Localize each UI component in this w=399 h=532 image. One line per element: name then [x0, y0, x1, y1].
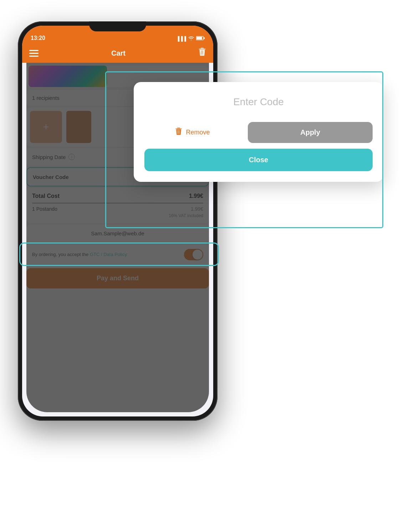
app-header: Cart — [22, 44, 213, 63]
svg-rect-1 — [196, 37, 202, 40]
phone-notch — [89, 21, 146, 31]
status-icons: ▐▐▐ — [176, 36, 205, 41]
remove-button[interactable]: Remove — [144, 128, 241, 137]
remove-label: Remove — [186, 129, 210, 136]
status-time: 13:20 — [31, 35, 45, 41]
wifi-icon — [188, 36, 194, 41]
apply-button[interactable]: Apply — [248, 122, 373, 143]
trash-icon[interactable] — [198, 48, 206, 58]
header-title: Cart — [111, 49, 126, 57]
signal-icon: ▐▐▐ — [176, 36, 186, 41]
scene: 13:20 ▐▐▐ — [0, 0, 399, 532]
menu-line — [29, 53, 39, 54]
svg-rect-2 — [204, 37, 205, 39]
remove-trash-icon — [175, 128, 182, 137]
close-button[interactable]: Close — [144, 149, 373, 171]
menu-line — [29, 50, 39, 51]
phone-shell: 13:20 ▐▐▐ — [18, 21, 218, 421]
menu-line — [29, 56, 39, 57]
modal-action-buttons: Remove Apply — [144, 122, 373, 143]
enter-code-popup: Enter Code Remove Apply Close — [134, 82, 383, 182]
battery-icon — [196, 36, 205, 41]
enter-code-placeholder[interactable]: Enter Code — [144, 96, 373, 108]
menu-icon[interactable] — [29, 50, 39, 57]
